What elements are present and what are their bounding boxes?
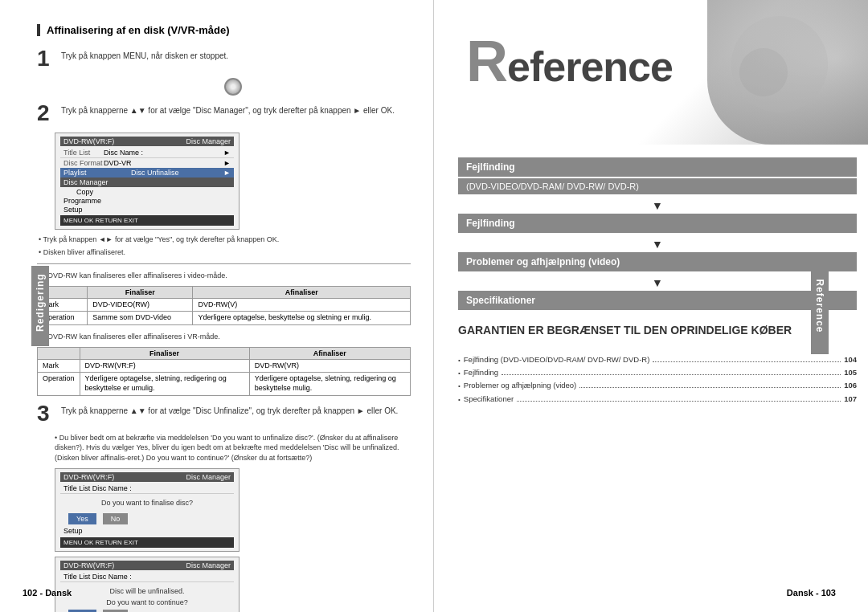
dvd-menu-icons: Copy: [60, 187, 234, 196]
nav-item-2-title: Fejlfinding: [458, 214, 857, 233]
dvd2-title-row: Title List Disc Name :: [60, 483, 234, 494]
table-1: Finaliser Afinaliser Mark DVD-VIDEO(RW) …: [37, 286, 411, 325]
dvd-playlist-label: Playlist: [63, 169, 87, 177]
nav-item-1-title-text: Fejlfinding: [466, 161, 515, 173]
dvd-screen-2: DVD-RW(VR:F) Disc Manager Title List Dis…: [55, 468, 240, 552]
cd-icon-container: [55, 78, 411, 97]
nav-item-1-subtitle: (DVD-VIDEO/DVD-RAM/ DVD-RW/ DVD-R): [458, 178, 857, 194]
toc-dots-3: [579, 381, 841, 389]
step-1-text: Tryk på knappen MENU, når disken er stop…: [61, 47, 228, 62]
dvd3-msg1: Disc will be unfinalised.: [60, 585, 234, 597]
left-page: Redigering Affinalisering af en disk (V/…: [0, 0, 434, 612]
dvd3-label-right: Disc Manager: [186, 561, 231, 569]
table2-r2-c2: Yderligere optagelse, sletning, redigeri…: [249, 373, 410, 395]
left-page-number: 102 - Dansk: [23, 588, 72, 598]
nav-item-2-title-text: Fejlfinding: [466, 218, 515, 229]
table1-row2: Operation Samme som DVD-Video Yderligere…: [38, 312, 411, 325]
toc-text-4: Specifikationer: [464, 393, 514, 406]
dvd3-msg2: Do you want to continue?: [60, 597, 234, 608]
dvd-footer-1: MENU OK RETURN EXIT: [60, 215, 234, 226]
dvd-row2-val: DVD-VR: [104, 159, 132, 167]
table-section-2: En DVD-RW kan finaliseres eller affinali…: [37, 332, 411, 396]
dvd3-yesno: Yes No: [60, 608, 234, 612]
dvd-playlist-highlighted: Playlist Disc Unfinalise ►: [60, 168, 234, 177]
table2-r2-label: Operation: [38, 373, 80, 395]
reference-header: Reference: [434, 0, 868, 145]
toc-dots-1: [653, 355, 841, 363]
right-page: Reference Fejlfinding (DVD-VIDEO/DVD-RAM…: [434, 0, 868, 612]
toc-page-2: 105: [844, 366, 857, 379]
dvd2-yes-button[interactable]: Yes: [68, 513, 96, 524]
dvd-row1-label: Title List: [63, 149, 104, 157]
nav-items: Fejlfinding (DVD-VIDEO/DVD-RAM/ DVD-RW/ …: [458, 157, 857, 310]
step-3-text: Tryk på knapperne ▲▼ for at vælge "Disc …: [61, 402, 398, 417]
dvd-playlist-arrow: ►: [223, 169, 231, 177]
dvd-row2-arrow: ►: [223, 159, 231, 167]
bullet-1: • Tryk på knappen ◄► for at vælge "Yes",…: [37, 235, 411, 245]
nav-item-1-title: Fejlfinding: [458, 157, 857, 177]
dvd-row1-arrow: ►: [223, 149, 231, 157]
nav-arrow-2: ▼: [458, 238, 857, 251]
toc-list: • Fejlfinding (DVD-VIDEO/DVD-RAM/ DVD-RW…: [458, 353, 857, 406]
dvd-disc-manager-item: Disc Manager: [60, 177, 234, 187]
guarantee-section: GARANTIEN ER BEGRÆNSET TIL DEN OPRINDELI…: [458, 323, 857, 337]
dvd-copy-label: Copy: [76, 188, 93, 196]
cd-icon: [224, 78, 242, 96]
toc-bullet-2: •: [458, 368, 461, 379]
toc-bullet-4: •: [458, 394, 461, 406]
dvd-screen-2-header: DVD-RW(VR:F) Disc Manager: [60, 472, 234, 482]
dvd3-label-left: DVD-RW(VR:F): [63, 561, 114, 569]
table1-r1-c2: DVD-RW(V): [193, 298, 411, 312]
toc-bullet-3: •: [458, 381, 461, 392]
dvd-label-right-1: Disc Manager: [186, 137, 231, 145]
dvd-row1-val: Disc Name :: [104, 149, 143, 157]
dvd2-title-text: Title List Disc Name :: [63, 484, 132, 492]
bullet-2: • Disken bliver affinaliseret.: [37, 247, 411, 258]
bullet-2-text: Disken bliver affinaliseret.: [43, 248, 125, 256]
table2-row2: Operation Yderligere optagelse, sletning…: [38, 373, 411, 395]
nav-arrow-3: ▼: [458, 276, 857, 289]
dvd-row-disc-format: Disc Format DVD-VR ►: [60, 158, 234, 168]
left-content: Affinalisering af en disk (V/VR-måde) 1 …: [37, 24, 411, 612]
nav-item-2: Fejlfinding: [458, 214, 857, 233]
table1-r2-c2: Yderligere optagelse, beskyttelse og sle…: [193, 312, 411, 325]
toc-item-4: • Specifikationer 107: [458, 393, 857, 406]
step-2-text: Tryk på knapperne ▲▼ for at vælge "Disc …: [61, 102, 395, 116]
table1-col2: Afinaliser: [193, 286, 411, 298]
dvd-row-title-list: Title List Disc Name : ►: [60, 148, 234, 158]
toc-text-2: Fejlfinding: [464, 366, 498, 379]
dvd-screen-1: DVD-RW(VR:F) Disc Manager Title List Dis…: [55, 133, 240, 230]
step-3: 3 Tryk på knapperne ▲▼ for at vælge "Dis…: [37, 402, 411, 425]
toc-page-1: 104: [844, 353, 857, 366]
dvd2-yesno: Yes No: [60, 512, 234, 526]
nav-item-4-title-text: Specifikationer: [466, 295, 535, 306]
nav-item-3-title-text: Problemer og afhjælpning (video): [466, 256, 620, 267]
step-2: 2 Tryk på knapperne ▲▼ for at vælge "Dis…: [37, 102, 411, 124]
toc-item-3: • Problemer og afhjælpning (video) 106: [458, 379, 857, 392]
toc-bullet-1: •: [458, 355, 461, 366]
toc-text-3: Problemer og afhjælpning (video): [464, 379, 576, 392]
dvd-footer-1-text: MENU OK RETURN EXIT: [63, 217, 138, 224]
toc-dots-2: [502, 368, 841, 376]
dvd-screen-3: DVD-RW(VR:F) Disc Manager Title List Dis…: [55, 557, 240, 612]
dvd2-no-button[interactable]: No: [103, 513, 129, 524]
reference-title: Reference: [466, 28, 673, 94]
dvd-label-left-1: DVD-RW(VR:F): [63, 137, 114, 145]
table1-col1: Finaliser: [88, 286, 193, 298]
nav-item-3: Problemer og afhjælpning (video): [458, 252, 857, 271]
dvd2-label-left: DVD-RW(VR:F): [63, 473, 114, 481]
dvd3-yes-button[interactable]: Yes: [68, 610, 96, 612]
dvd-disc-unfinalise: Disc Unfinalise: [131, 169, 179, 177]
step-3-number: 3: [37, 402, 55, 425]
table-section-1: En DVD-RW kan finaliseres eller affinali…: [37, 271, 411, 325]
dvd3-no-button[interactable]: No: [103, 610, 129, 612]
table2-r2-c1: Yderligere optagelse, sletning, redigeri…: [80, 373, 249, 395]
table1-r2-c1: Samme som DVD-Video: [88, 312, 193, 325]
dvd-footer-2: MENU OK RETURN EXIT: [60, 537, 234, 548]
dvd-row2-label: Disc Format: [63, 159, 104, 167]
table1-r1-c1: DVD-VIDEO(RW): [88, 298, 193, 312]
dvd-setup-label-1: Setup: [60, 205, 234, 214]
header-circle-small: [739, 48, 788, 96]
table2-intro: En DVD-RW kan finaliseres eller affinali…: [37, 332, 411, 342]
dvd3-title-row: Title List Disc Name :: [60, 572, 234, 582]
